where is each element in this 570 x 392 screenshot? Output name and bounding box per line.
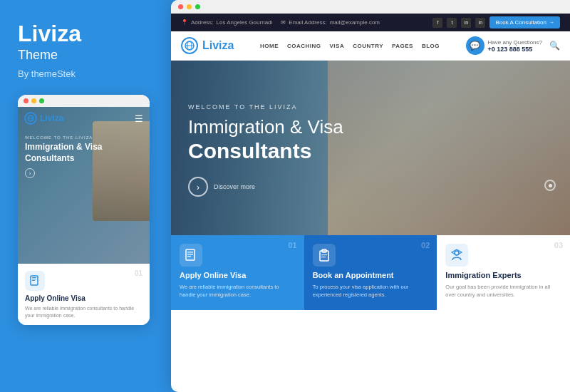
feature-card-3: 03 Immigration Experts Our goal has been…: [437, 235, 570, 310]
arrow-icon: ›: [29, 170, 31, 177]
nav-country[interactable]: COUNTRY: [353, 43, 383, 49]
card-1-num: 01: [288, 241, 296, 249]
book-visa-icon: [185, 249, 197, 262]
mobile-browser-inner: Liviza ☰ WELCOME TO THE LIVIZA Immigrati…: [18, 107, 150, 264]
globe-icon: [27, 115, 34, 122]
arrow-right-icon: →: [549, 19, 554, 26]
svg-marker-19: [452, 249, 462, 255]
site-logo-globe-icon: [181, 37, 198, 54]
dot-red-desktop: [178, 4, 183, 9]
dot-yellow-desktop: [187, 4, 192, 9]
mobile-logo-text: Liviza: [40, 113, 63, 123]
chevron-right-icon: ›: [197, 182, 200, 192]
mobile-hero-label: WELCOME TO THE LIVIZA: [25, 135, 142, 140]
site-topbar: 📍 Address: Los Angeles Gournadi ✉ Email …: [171, 14, 570, 31]
dot-green-desktop: [195, 4, 200, 9]
dot-yellow: [31, 98, 36, 103]
search-icon[interactable]: 🔍: [549, 41, 560, 51]
mobile-nav: Liviza ☰: [18, 107, 150, 130]
hero-title-line1: Immigration & Visa: [188, 116, 553, 138]
twitter-social-icon[interactable]: t: [447, 18, 457, 28]
nav-pages[interactable]: PAGES: [392, 43, 413, 49]
card-3-num: 03: [554, 241, 563, 249]
hero-content: WELCOME TO THE LIVIZA Immigration & Visa…: [171, 61, 570, 214]
address-value: Los Angeles Gournadi: [217, 19, 273, 26]
nav-contact-number: +0 123 888 555: [488, 46, 543, 53]
nav-home[interactable]: HOME: [260, 43, 279, 49]
globe-svg: [185, 41, 195, 51]
mobile-hero-title: Immigration & Visa Consultants: [25, 142, 142, 164]
site-hero: WELCOME TO THE LIVIZA Immigration & Visa…: [171, 61, 570, 310]
nav-contact: 💬 Have any Questions? +0 123 888 555: [466, 36, 543, 55]
topbar-address: 📍 Address: Los Angeles Gournadi: [181, 19, 272, 26]
card-3-text: Our goal has been provide immigration in…: [445, 283, 561, 299]
topbar-right: f t in in Book A Consultation →: [432, 16, 560, 29]
card-2-icon: [313, 244, 336, 267]
site-logo-text: Liviza: [202, 39, 234, 52]
location-icon: 📍: [181, 19, 188, 26]
clipboard-icon: [318, 249, 331, 262]
browser-dots: [171, 0, 570, 14]
card-1-text: We are reliable immigration consultants …: [180, 283, 296, 299]
mobile-hero-discover-btn[interactable]: ›: [25, 168, 35, 178]
mobile-hero-content: WELCOME TO THE LIVIZA Immigration & Visa…: [18, 130, 150, 184]
svg-rect-11: [187, 252, 193, 253]
social-icon-4[interactable]: in: [475, 18, 485, 28]
mobile-logo-icon: [24, 112, 37, 125]
book-btn-label: Book A Consultation: [495, 19, 546, 26]
nav-contact-info: Have any Questions? +0 123 888 555: [488, 39, 543, 53]
logo-li: Li: [202, 39, 212, 51]
mobile-logo: Liviza: [24, 112, 63, 125]
mobile-card-icon: [25, 271, 45, 291]
desktop-preview: 📍 Address: Los Angeles Gournadi ✉ Email …: [171, 0, 570, 392]
card-1-title: Apply Online Visa: [180, 271, 296, 279]
mobile-browser-dots: [18, 95, 150, 107]
nav-links: HOME COACHING VISA COUNTRY PAGES BLOG: [260, 43, 440, 49]
mobile-menu-icon: ☰: [135, 113, 143, 124]
theme-subtitle: Theme: [18, 48, 81, 63]
linkedin-social-icon[interactable]: in: [461, 18, 471, 28]
svg-rect-6: [32, 280, 35, 281]
book-icon: [29, 275, 41, 287]
address-label: Address:: [191, 19, 214, 26]
hero-title-line2: Consultants: [188, 138, 553, 164]
hero-discover-button[interactable]: ›: [188, 177, 208, 197]
nav-coaching[interactable]: COACHING: [287, 43, 321, 49]
svg-rect-5: [32, 279, 36, 279]
hero-discover-text: Discover more: [214, 183, 255, 190]
mobile-preview: Liviza ☰ WELCOME TO THE LIVIZA Immigrati…: [18, 95, 150, 325]
email-label: Email Address:: [289, 19, 326, 26]
graduate-icon: [450, 249, 463, 262]
theme-name: Liviza: [18, 21, 81, 46]
mobile-card-title: Apply Online Visa: [25, 294, 142, 302]
email-icon: ✉: [281, 19, 286, 26]
card-2-text: To process your visa application with ou…: [313, 283, 429, 299]
svg-rect-4: [32, 277, 36, 278]
email-value: mail@example.com: [330, 19, 380, 26]
nav-visa[interactable]: VISA: [330, 43, 345, 49]
nav-contact-label: Have any Questions?: [488, 39, 543, 46]
dot-green: [39, 98, 44, 103]
mobile-card-num: 01: [135, 269, 142, 277]
site-nav: Liviza HOME COACHING VISA COUNTRY PAGES …: [171, 31, 570, 61]
hero-welcome-label: WELCOME TO THE LIVIZA: [188, 103, 553, 110]
phone-icon: 💬: [466, 36, 484, 55]
card-3-title: Immigration Experts: [445, 271, 561, 279]
nav-blog[interactable]: BLOG: [422, 43, 440, 49]
hero-discover: › Discover more: [188, 177, 553, 197]
topbar-left: 📍 Address: Los Angeles Gournadi ✉ Email …: [181, 19, 380, 26]
svg-rect-12: [187, 254, 193, 255]
card-2-title: Book an Appointment: [313, 271, 429, 279]
logo-viza: viza: [212, 39, 234, 51]
svg-rect-16: [321, 254, 327, 255]
card-1-icon: [180, 244, 202, 267]
card-3-icon: [445, 244, 468, 267]
svg-rect-17: [321, 257, 326, 257]
hero-circle-dot: [549, 184, 552, 187]
book-consultation-button[interactable]: Book A Consultation →: [489, 16, 560, 29]
facebook-social-icon[interactable]: f: [432, 18, 442, 28]
mobile-card: 01 Apply Online Visa We are reliable imm…: [18, 264, 150, 325]
feature-card-2: 02 Book an Appointment To process your v…: [304, 235, 437, 310]
nav-right: 💬 Have any Questions? +0 123 888 555 🔍: [466, 36, 561, 55]
svg-rect-13: [187, 256, 191, 257]
